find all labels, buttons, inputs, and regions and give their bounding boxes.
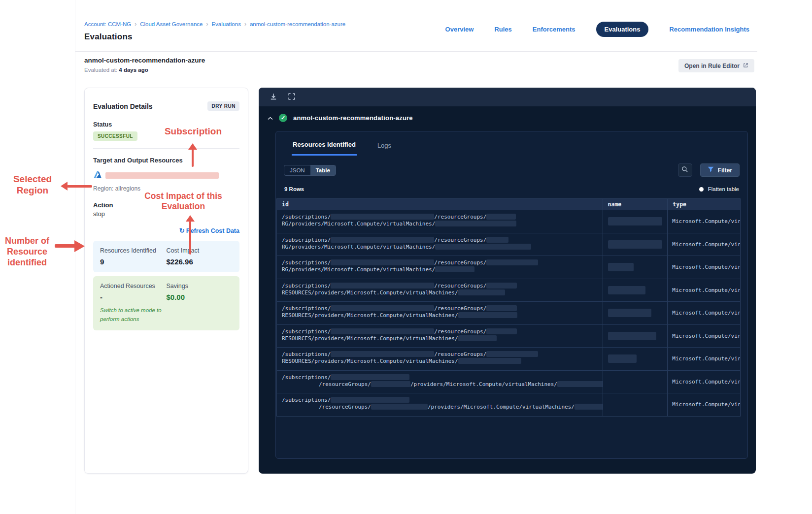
cell-type: Microsoft.Compute/virtu bbox=[667, 210, 740, 233]
download-button[interactable] bbox=[270, 93, 277, 101]
annotation-subscription: Subscription bbox=[163, 126, 224, 137]
redacted-text bbox=[331, 305, 434, 311]
cell-type: Microsoft.Compute/virtu bbox=[667, 256, 740, 279]
filter-button[interactable]: Filter bbox=[700, 163, 740, 177]
screen: Account: CCM-NG › Cloud Asset Governance… bbox=[0, 0, 812, 514]
redacted-text bbox=[486, 305, 517, 311]
tab-resources-identified[interactable]: Resources Identified bbox=[292, 141, 357, 156]
main-content: Evaluation Details DRY RUN Status SUCCES… bbox=[75, 81, 757, 514]
redacted-text bbox=[331, 259, 434, 265]
actioned-stats-box: Actioned Resources - Savings $0.00 Switc… bbox=[93, 276, 239, 330]
cell-name bbox=[603, 302, 668, 324]
tab-logs[interactable]: Logs bbox=[376, 141, 392, 156]
annotation-arrow-line bbox=[192, 149, 194, 167]
subscription-redacted-value bbox=[105, 172, 219, 179]
table-meta-row: 9 Rows Flatten table bbox=[284, 186, 739, 192]
breadcrumb-evaluations[interactable]: Evaluations bbox=[211, 21, 240, 27]
resources-card: Resources Identified Logs JSON Table bbox=[275, 131, 748, 459]
redacted-name bbox=[608, 286, 645, 294]
search-button[interactable] bbox=[678, 163, 692, 177]
table-row: /subscriptions//resourceGroups/RG/provid… bbox=[277, 256, 740, 279]
redacted-text bbox=[557, 381, 603, 387]
savings-value: $0.00 bbox=[167, 293, 233, 301]
redacted-text bbox=[435, 266, 474, 272]
redacted-text bbox=[331, 328, 434, 334]
savings-label: Savings bbox=[167, 283, 233, 289]
redacted-text bbox=[371, 404, 428, 410]
fullscreen-icon bbox=[288, 93, 295, 101]
evaluated-at: Evaluated at: 4 days ago bbox=[84, 67, 205, 73]
flatten-toggle-icon bbox=[699, 187, 704, 192]
breadcrumb-rule-name[interactable]: anmol-custom-recommendation-azure bbox=[250, 21, 345, 27]
cell-type: Microsoft.Compute/virtu bbox=[667, 233, 740, 256]
tab-enforcements[interactable]: Enforcements bbox=[533, 26, 575, 33]
redacted-text bbox=[458, 358, 521, 364]
redacted-text bbox=[486, 328, 517, 334]
redacted-name bbox=[608, 263, 634, 271]
panel-toolbar bbox=[259, 88, 756, 106]
cell-name bbox=[603, 325, 668, 348]
column-header-id: id bbox=[277, 199, 603, 210]
redacted-text bbox=[435, 221, 516, 226]
redacted-name bbox=[608, 332, 656, 340]
annotation-selected-region: Selected Region bbox=[7, 173, 58, 196]
table-row: /subscriptions//resourceGroups/RESOURCES… bbox=[277, 324, 740, 348]
cell-id: /subscriptions//resourceGroups//provider… bbox=[277, 371, 603, 393]
breadcrumb-governance[interactable]: Cloud Asset Governance bbox=[140, 21, 203, 27]
chevron-right-icon: › bbox=[135, 21, 136, 28]
tab-evaluations[interactable]: Evaluations bbox=[596, 22, 649, 37]
chevron-right-icon: › bbox=[206, 21, 208, 28]
table-row: /subscriptions//resourceGroups/RG/provid… bbox=[277, 210, 740, 233]
tab-overview[interactable]: Overview bbox=[445, 26, 474, 33]
actioned-resources-label: Actioned Resources bbox=[100, 283, 167, 289]
tab-recommendation-insights[interactable]: Recommendation Insights bbox=[669, 26, 749, 33]
redacted-text bbox=[331, 237, 434, 243]
annotation-resources-identified: Number of Resource identified bbox=[1, 236, 53, 268]
breadcrumb-account[interactable]: Account: CCM-NG bbox=[84, 21, 131, 27]
identified-stats-box: Resources Identified 9 Cost Impact $226.… bbox=[93, 241, 239, 272]
redacted-name bbox=[608, 309, 651, 317]
cell-type: Microsoft.Compute/virtu bbox=[667, 325, 740, 348]
evaluated-at-label: Evaluated at: bbox=[84, 67, 117, 73]
success-check-icon: ✓ bbox=[279, 114, 287, 122]
subscription-row bbox=[93, 170, 239, 181]
redacted-text bbox=[331, 214, 434, 220]
evaluation-details-card: Evaluation Details DRY RUN Status SUCCES… bbox=[84, 88, 248, 474]
dry-run-badge: DRY RUN bbox=[207, 101, 239, 111]
evaluated-at-value: 4 days ago bbox=[119, 67, 148, 73]
azure-icon bbox=[93, 170, 102, 181]
table-controls: JSON Table bbox=[284, 163, 740, 177]
cell-name bbox=[603, 233, 668, 256]
collapse-button[interactable] bbox=[268, 114, 273, 122]
table-header: id name type bbox=[277, 199, 740, 210]
refresh-icon: ↻ bbox=[179, 227, 185, 234]
fullscreen-button[interactable] bbox=[288, 93, 295, 101]
refresh-cost-data-link[interactable]: ↻Refresh Cost Data bbox=[179, 227, 239, 234]
view-json-button[interactable]: JSON bbox=[284, 165, 310, 175]
open-rule-editor-label: Open in Rule Editor bbox=[684, 63, 740, 69]
download-icon bbox=[270, 93, 277, 101]
details-heading: Evaluation Details bbox=[93, 102, 153, 110]
annotation-arrow-right-icon bbox=[74, 240, 85, 252]
evaluation-output-panel: ✓ anmol-custom-recommendation-azure Reso… bbox=[259, 88, 756, 474]
page-title: Evaluations bbox=[84, 32, 345, 42]
evaluation-result-header: ✓ anmol-custom-recommendation-azure bbox=[259, 106, 756, 127]
redacted-name bbox=[608, 354, 637, 363]
resources-tabs: Resources Identified Logs bbox=[276, 131, 747, 156]
cell-id: /subscriptions//resourceGroups/RESOURCES… bbox=[277, 325, 603, 348]
column-header-type: type bbox=[667, 199, 740, 210]
cell-id: /subscriptions//resourceGroups/RESOURCES… bbox=[277, 302, 603, 324]
chevron-right-icon: › bbox=[244, 21, 246, 28]
flatten-table-toggle[interactable]: Flatten table bbox=[699, 186, 739, 192]
tab-rules[interactable]: Rules bbox=[494, 26, 511, 33]
redacted-text bbox=[486, 283, 517, 289]
resources-identified-label: Resources Identified bbox=[100, 247, 167, 254]
view-table-button[interactable]: Table bbox=[310, 165, 336, 175]
flatten-table-label: Flatten table bbox=[708, 186, 739, 192]
open-rule-editor-button[interactable]: Open in Rule Editor bbox=[678, 59, 754, 72]
redacted-text bbox=[331, 351, 434, 357]
annotation-arrow-line bbox=[67, 185, 92, 188]
refresh-cost-data-label: Refresh Cost Data bbox=[186, 227, 239, 234]
header-left: Account: CCM-NG › Cloud Asset Governance… bbox=[84, 7, 345, 51]
actioned-resources-value: - bbox=[100, 293, 167, 301]
